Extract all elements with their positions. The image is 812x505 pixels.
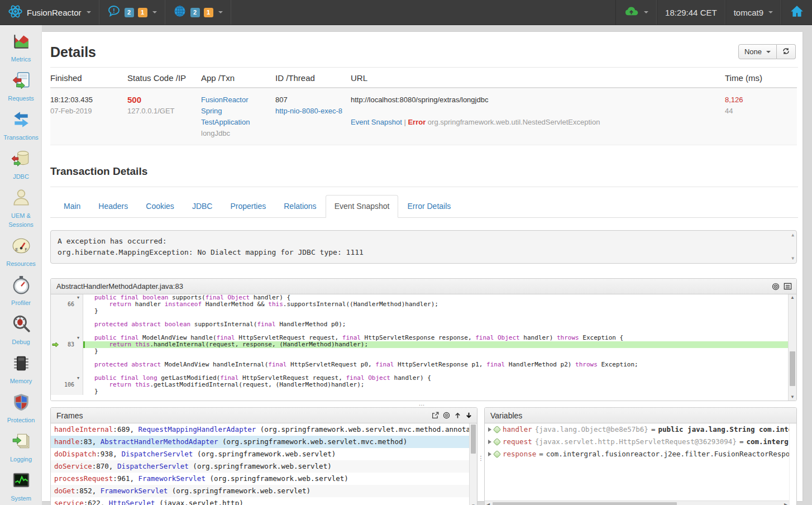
frame-row[interactable]: service:622, HttpServlet (javax.servlet.… — [51, 497, 469, 505]
scroll-down-icon[interactable]: ▼ — [791, 256, 794, 261]
variable-row[interactable]: response=com.intergral.fusionreactor.j2e… — [485, 448, 789, 460]
tab-error-details[interactable]: Error Details — [398, 195, 460, 218]
tab-jdbc[interactable]: JDBC — [183, 195, 222, 218]
equals-sign: = — [651, 423, 656, 436]
scroll-down-icon[interactable]: ▼ — [789, 394, 796, 401]
scrollbar-thumb[interactable] — [790, 351, 795, 386]
tab-properties[interactable]: Properties — [221, 195, 275, 218]
scrollbar-thumb[interactable] — [471, 425, 476, 454]
fold-toggle-icon[interactable]: ▼ — [74, 335, 82, 341]
frames-title: Frames — [56, 411, 83, 420]
sidebar-item-memory[interactable]: Memory — [0, 354, 42, 385]
tab-main[interactable]: Main — [55, 195, 89, 218]
variable-row[interactable]: request{javax.servlet.http.HttpServletRe… — [485, 436, 789, 448]
frame-row[interactable]: doService:870, DispatcherServlet (org.sp… — [51, 460, 469, 473]
chevron-down-icon — [766, 51, 771, 53]
code-vertical-scrollbar[interactable]: ▲ ▼ — [788, 294, 796, 401]
frame-down-icon[interactable] — [465, 412, 472, 419]
sidebar-item-transactions[interactable]: Transactions — [0, 110, 42, 142]
cloud-menu[interactable] — [615, 0, 657, 25]
brand-menu[interactable]: FusionReactor — [0, 0, 99, 25]
expand-icon[interactable] — [488, 452, 491, 456]
open-external-icon[interactable] — [432, 412, 439, 419]
frame-row[interactable]: processRequest:961, FrameworkServlet (or… — [51, 473, 469, 485]
sidebar-item-profiler[interactable]: Profiler — [0, 275, 42, 307]
expand-icon[interactable] — [488, 427, 491, 432]
home-button[interactable] — [781, 0, 812, 25]
scrollbar-thumb[interactable] — [493, 502, 677, 505]
sidebar-item-requests[interactable]: Requests — [0, 71, 42, 103]
tab-relations[interactable]: Relations — [275, 195, 325, 218]
line-number: 66 — [60, 301, 74, 308]
sidebar-item-metrics[interactable]: Metrics — [0, 32, 42, 64]
variable-type-icon — [493, 426, 501, 433]
tab-cookies[interactable]: Cookies — [137, 195, 183, 218]
sidebar-item-logging[interactable]: Logging — [0, 432, 42, 464]
sidebar-item-resources[interactable]: EFResources — [0, 236, 42, 268]
exception-line: org.hibernate.MappingException: No Diale… — [58, 247, 790, 258]
thread-link[interactable]: http-nio-8080-exec-8 — [275, 107, 342, 115]
sidebar-item-uem[interactable]: UEM & Sessions — [0, 188, 42, 229]
frame-line: :83, — [79, 437, 101, 446]
sidebar-item-label: Memory — [9, 377, 34, 385]
scroll-left-icon[interactable]: ◀ — [485, 501, 491, 505]
variables-horizontal-scrollbar[interactable]: ◀ ▶ — [485, 501, 789, 505]
target-line-icon[interactable] — [772, 283, 780, 290]
panel-splitter[interactable]: ⋮ — [477, 407, 484, 505]
global-status-menu[interactable]: 2 1 — [165, 0, 231, 25]
scroll-up-icon[interactable]: ▲ — [789, 294, 796, 301]
refresh-button[interactable] — [777, 44, 796, 59]
fusionreactor-logo-icon — [8, 4, 23, 21]
frame-row[interactable]: handle:83, AbstractHandlerMethodAdapter … — [51, 436, 469, 448]
variable-type-icon — [493, 450, 501, 458]
jdbc-icon — [12, 149, 31, 170]
sidebar-item-label: Logging — [9, 455, 33, 464]
frame-package: (org.springframework.web.servlet.mvc.met… — [218, 437, 408, 446]
code-text: return this.getLastModifiedInternal(requ… — [83, 382, 788, 388]
scroll-up-icon[interactable]: ▲ — [791, 233, 794, 237]
expand-icon[interactable] — [488, 440, 491, 444]
code-text: } — [83, 348, 788, 355]
sidebar-item-system[interactable]: System Resources — [0, 471, 42, 505]
alerts-menu[interactable]: ! 2 1 — [99, 0, 165, 25]
sidebar-item-protection[interactable]: Protection — [0, 393, 42, 425]
sidebar-item-debug[interactable]: Debug — [0, 315, 42, 346]
code-gutter: ▼ — [51, 294, 83, 301]
list-view-icon[interactable] — [784, 282, 792, 290]
alert-count-badge: 2 — [125, 8, 134, 17]
tab-headers[interactable]: Headers — [89, 195, 137, 218]
frame-method: doService — [54, 462, 92, 470]
app-link[interactable]: TestApplication — [201, 118, 250, 126]
event-snapshot-link[interactable]: Event Snapshot — [351, 118, 402, 126]
fold-toggle-icon[interactable]: ▼ — [74, 294, 82, 301]
frame-method: doDispatch — [54, 450, 96, 458]
scroll-right-icon[interactable]: ▶ — [782, 501, 789, 505]
frame-method: handleInternal — [54, 425, 113, 433]
metrics-icon — [12, 32, 31, 53]
sidebar-item-jdbc[interactable]: JDBC — [0, 149, 42, 181]
code-resize-handle[interactable]: … — [42, 401, 803, 407]
variable-row[interactable]: handler{java.lang.Object@be8e57b6}=publi… — [485, 423, 789, 436]
frame-row[interactable]: doDispatch:938, DispatcherServlet (org.s… — [51, 448, 469, 460]
filter-dropdown-button[interactable]: None — [738, 44, 777, 59]
details-table: FinishedStatus Code /IPApp /TxnID /Threa… — [50, 68, 797, 145]
frame-class: FrameworkServlet — [138, 474, 206, 483]
app-link[interactable]: FusionReactor Spring — [201, 96, 249, 115]
frames-vertical-scrollbar[interactable]: ▼ — [469, 423, 477, 505]
column-header: Time (ms) — [725, 68, 797, 88]
tab-event-snapshot[interactable]: Event Snapshot — [326, 195, 399, 218]
fold-toggle-icon[interactable]: ▼ — [74, 375, 82, 382]
system-icon — [12, 471, 31, 492]
frame-row[interactable]: handleInternal:689, RequestMappingHandle… — [51, 423, 469, 436]
sidebar-item-label: Profiler — [10, 298, 32, 307]
code-gutter: ▼ — [51, 375, 83, 382]
alert-bubble-icon: ! — [107, 4, 121, 20]
variables-vertical-scrollbar[interactable] — [789, 423, 796, 505]
target-line-icon[interactable] — [443, 412, 450, 419]
server-menu[interactable]: tomcat9 — [725, 0, 781, 25]
frame-up-icon[interactable] — [454, 412, 461, 419]
time-cpu: 44 — [725, 106, 792, 117]
code-gutter — [51, 315, 83, 321]
sidebar-item-label: JDBC — [12, 172, 30, 181]
frame-row[interactable]: doGet:852, FrameworkServlet (org.springf… — [51, 485, 469, 497]
